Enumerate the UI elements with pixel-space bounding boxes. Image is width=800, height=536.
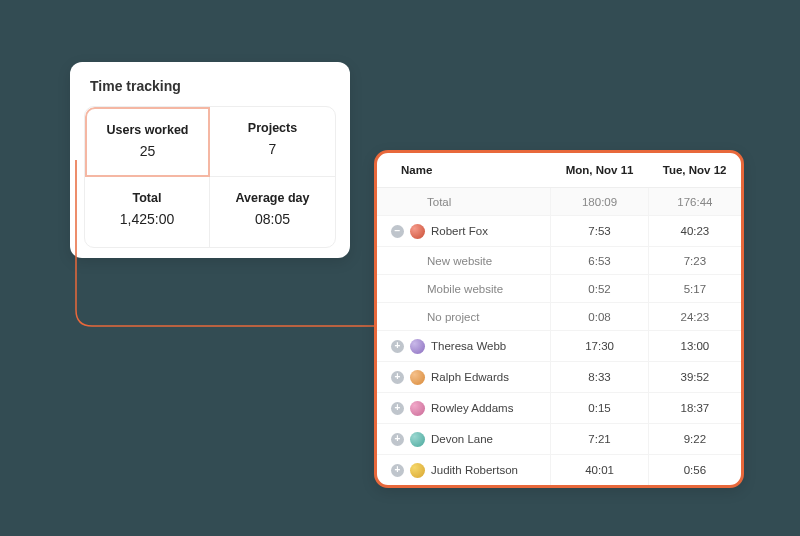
summary-value: 08:05 bbox=[210, 211, 335, 227]
user-name: Judith Robertson bbox=[431, 464, 518, 476]
user-name: Devon Lane bbox=[431, 433, 493, 445]
user-row[interactable]: + Judith Robertson 40:01 0:56 bbox=[377, 455, 741, 486]
summary-value: 1,425:00 bbox=[85, 211, 209, 227]
time-value: 0:08 bbox=[551, 303, 648, 331]
time-value: 7:53 bbox=[551, 216, 648, 247]
time-value: 0:56 bbox=[648, 455, 741, 486]
summary-label: Users worked bbox=[87, 123, 208, 137]
summary-cell-users-worked[interactable]: Users worked 25 bbox=[85, 107, 210, 177]
time-value: 24:23 bbox=[648, 303, 741, 331]
total-value: 180:09 bbox=[551, 188, 648, 216]
user-row[interactable]: + Ralph Edwards 8:33 39:52 bbox=[377, 362, 741, 393]
time-value: 7:23 bbox=[648, 247, 741, 275]
summary-label: Average day bbox=[210, 191, 335, 205]
time-value: 6:53 bbox=[551, 247, 648, 275]
user-row[interactable]: + Rowley Addams 0:15 18:37 bbox=[377, 393, 741, 424]
column-header-day2[interactable]: Tue, Nov 12 bbox=[648, 153, 741, 188]
summary-label: Total bbox=[85, 191, 209, 205]
total-label: Total bbox=[377, 188, 551, 216]
user-row[interactable]: + Devon Lane 7:21 9:22 bbox=[377, 424, 741, 455]
summary-cell-average-day[interactable]: Average day 08:05 bbox=[210, 177, 335, 247]
project-name: Mobile website bbox=[377, 275, 551, 303]
time-value: 18:37 bbox=[648, 393, 741, 424]
summary-value: 25 bbox=[87, 143, 208, 159]
time-value: 5:17 bbox=[648, 275, 741, 303]
user-row[interactable]: + Theresa Webb 17:30 13:00 bbox=[377, 331, 741, 362]
summary-cell-total[interactable]: Total 1,425:00 bbox=[85, 177, 210, 247]
time-value: 13:00 bbox=[648, 331, 741, 362]
time-value: 17:30 bbox=[551, 331, 648, 362]
time-value: 39:52 bbox=[648, 362, 741, 393]
expand-icon[interactable]: + bbox=[391, 371, 404, 384]
users-detail-card: Name Mon, Nov 11 Tue, Nov 12 Total 180:0… bbox=[374, 150, 744, 488]
avatar bbox=[410, 463, 425, 478]
project-row[interactable]: Mobile website 0:52 5:17 bbox=[377, 275, 741, 303]
user-name: Robert Fox bbox=[431, 225, 488, 237]
time-value: 0:15 bbox=[551, 393, 648, 424]
table-body: Total 180:09 176:44 − Robert Fox 7:53 40… bbox=[377, 188, 741, 486]
column-header-day1[interactable]: Mon, Nov 11 bbox=[551, 153, 648, 188]
time-value: 7:21 bbox=[551, 424, 648, 455]
user-name: Rowley Addams bbox=[431, 402, 513, 414]
time-value: 8:33 bbox=[551, 362, 648, 393]
total-value: 176:44 bbox=[648, 188, 741, 216]
expand-icon[interactable]: + bbox=[391, 402, 404, 415]
summary-title: Time tracking bbox=[90, 78, 336, 94]
project-row[interactable]: New website 6:53 7:23 bbox=[377, 247, 741, 275]
summary-value: 7 bbox=[210, 141, 335, 157]
collapse-icon[interactable]: − bbox=[391, 225, 404, 238]
column-header-name[interactable]: Name bbox=[377, 153, 551, 188]
project-row[interactable]: No project 0:08 24:23 bbox=[377, 303, 741, 331]
expand-icon[interactable]: + bbox=[391, 464, 404, 477]
time-value: 0:52 bbox=[551, 275, 648, 303]
avatar bbox=[410, 432, 425, 447]
table-header-row: Name Mon, Nov 11 Tue, Nov 12 bbox=[377, 153, 741, 188]
time-value: 9:22 bbox=[648, 424, 741, 455]
summary-label: Projects bbox=[210, 121, 335, 135]
user-row[interactable]: − Robert Fox 7:53 40:23 bbox=[377, 216, 741, 247]
expand-icon[interactable]: + bbox=[391, 433, 404, 446]
project-name: No project bbox=[377, 303, 551, 331]
project-name: New website bbox=[377, 247, 551, 275]
user-name: Ralph Edwards bbox=[431, 371, 509, 383]
time-value: 40:23 bbox=[648, 216, 741, 247]
avatar bbox=[410, 401, 425, 416]
time-tracking-summary-card: Time tracking Users worked 25 Projects 7… bbox=[70, 62, 350, 258]
total-row: Total 180:09 176:44 bbox=[377, 188, 741, 216]
user-name: Theresa Webb bbox=[431, 340, 506, 352]
users-time-table: Name Mon, Nov 11 Tue, Nov 12 Total 180:0… bbox=[377, 153, 741, 485]
time-value: 40:01 bbox=[551, 455, 648, 486]
summary-cell-projects[interactable]: Projects 7 bbox=[210, 107, 335, 177]
avatar bbox=[410, 224, 425, 239]
avatar bbox=[410, 370, 425, 385]
summary-grid: Users worked 25 Projects 7 Total 1,425:0… bbox=[84, 106, 336, 248]
expand-icon[interactable]: + bbox=[391, 340, 404, 353]
avatar bbox=[410, 339, 425, 354]
